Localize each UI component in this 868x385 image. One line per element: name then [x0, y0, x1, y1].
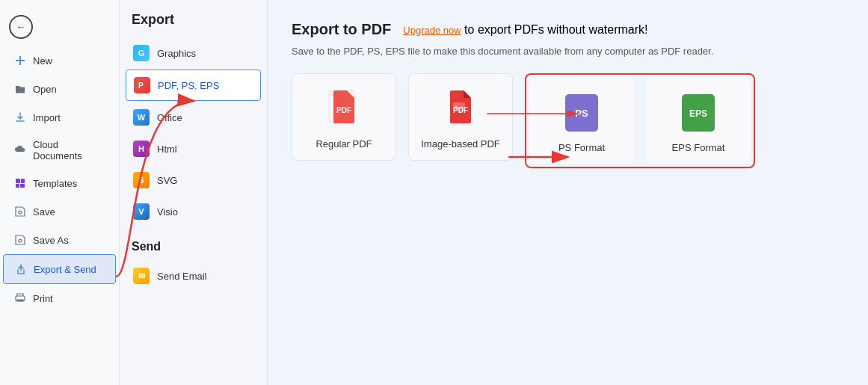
print-icon — [13, 292, 27, 305]
image-pdf-icon: PDF — [440, 89, 481, 129]
eps-format-label: EPS Format — [672, 142, 725, 153]
export-item-html[interactable]: H Html — [126, 134, 261, 164]
sidebar-item-new[interactable]: New — [3, 46, 116, 75]
svg-icon: S — [133, 172, 150, 188]
ps-format-card[interactable]: PS PS Format — [529, 78, 634, 164]
sidebar-item-saveas-label: Save As — [33, 235, 69, 246]
sidebar-item-cloud-label: Cloud Documents — [33, 139, 105, 161]
email-icon: ✉ — [133, 268, 150, 284]
visio-icon: V — [133, 203, 150, 220]
sidebar-item-export[interactable]: Export & Send — [3, 254, 116, 284]
regular-pdf-icon: PDF — [324, 89, 364, 129]
export-item-graphics-label: Graphics — [157, 48, 196, 59]
export-item-svg-label: SVG — [157, 175, 177, 186]
pdf-icon: P — [134, 77, 150, 93]
templates-icon — [13, 176, 27, 190]
html-icon: H — [133, 141, 150, 157]
sidebar-item-open-label: Open — [33, 84, 57, 95]
plus-icon — [13, 54, 27, 67]
upgrade-text: Upgrade now to export PDFs without water… — [403, 23, 647, 37]
office-icon: W — [133, 109, 150, 126]
sidebar-item-export-label: Export & Send — [34, 264, 96, 275]
sidebar-item-templates-label: Templates — [33, 178, 77, 189]
export-item-visio[interactable]: V Visio — [126, 197, 261, 227]
image-pdf-label: Image-based PDF — [421, 138, 500, 150]
svg-rect-4 — [16, 184, 19, 188]
send-section-title: Send — [126, 240, 261, 253]
sidebar-item-cloud[interactable]: Cloud Documents — [3, 132, 116, 169]
sidebar: ← New Open Import Cloud Documents Templa… — [0, 0, 120, 385]
export-item-visio-label: Visio — [157, 206, 178, 218]
format-cards-row: PDF Regular PDF PDF Image-based PDF — [292, 73, 755, 168]
svg-text:P: P — [138, 81, 144, 90]
middle-panel: Export G Graphics P PDF, PS, EPS W Offic… — [120, 0, 268, 385]
sidebar-item-print[interactable]: Print — [3, 284, 116, 312]
upgrade-suffix: to export PDFs without watermark! — [461, 23, 648, 36]
sidebar-item-templates[interactable]: Templates — [3, 169, 116, 197]
svg-rect-1 — [16, 60, 25, 61]
export-section-title: Export — [126, 12, 261, 28]
export-item-office-label: Office — [157, 112, 182, 123]
back-circle-icon: ← — [9, 15, 33, 39]
ps-format-icon: PS — [561, 93, 602, 133]
export-item-pdf[interactable]: P PDF, PS, EPS — [126, 70, 261, 101]
svg-rect-3 — [21, 179, 25, 183]
export-item-graphics[interactable]: G Graphics — [126, 38, 261, 68]
send-email-label: Send Email — [157, 271, 206, 282]
page-title: Export to PDF — [292, 21, 391, 38]
sidebar-item-save-label: Save — [33, 206, 55, 218]
main-header: Export to PDF Upgrade now to export PDFs… — [292, 21, 844, 38]
folder-icon — [13, 82, 27, 96]
sidebar-item-save[interactable]: Save — [3, 197, 116, 226]
graphics-icon: G — [133, 45, 150, 61]
sidebar-item-new-label: New — [33, 55, 52, 67]
send-section: Send ✉ Send Email — [126, 240, 261, 291]
export-item-html-label: Html — [157, 144, 177, 155]
sidebar-item-saveas[interactable]: Save As — [3, 226, 116, 254]
regular-pdf-card[interactable]: PDF Regular PDF — [292, 73, 396, 161]
sidebar-item-open[interactable]: Open — [3, 75, 116, 103]
svg-text:EPS: EPS — [689, 108, 707, 119]
back-button[interactable]: ← — [0, 7, 119, 46]
save-icon — [13, 205, 27, 218]
export-icon — [14, 262, 28, 276]
saveas-icon — [13, 233, 27, 247]
svg-text:PDF: PDF — [336, 106, 351, 114]
eps-format-card[interactable]: EPS EPS Format — [646, 78, 751, 164]
main-content: Export to PDF Upgrade now to export PDFs… — [268, 0, 868, 385]
sidebar-item-print-label: Print — [33, 293, 53, 304]
cloud-icon — [13, 144, 27, 157]
svg-rect-5 — [20, 184, 25, 188]
export-item-svg[interactable]: S SVG — [126, 165, 261, 195]
sidebar-item-import-label: Import — [33, 112, 61, 123]
image-pdf-card[interactable]: PDF Image-based PDF — [408, 73, 513, 161]
export-subtitle: Save to the PDF, PS, EPS file to make th… — [292, 46, 844, 57]
download-icon — [13, 111, 27, 124]
send-email-item[interactable]: ✉ Send Email — [126, 261, 261, 291]
upgrade-link[interactable]: Upgrade now — [403, 25, 461, 36]
regular-pdf-label: Regular PDF — [316, 138, 372, 150]
ps-eps-highlight-box: PS PS Format EPS EPS Format — [525, 73, 755, 168]
ps-format-label: PS Format — [558, 142, 605, 153]
eps-format-icon: EPS — [678, 93, 718, 133]
export-item-office[interactable]: W Office — [126, 102, 261, 132]
svg-rect-2 — [16, 179, 20, 183]
export-item-pdf-label: PDF, PS, EPS — [158, 80, 219, 91]
svg-text:PS: PS — [575, 108, 588, 119]
cards-area: PDF Regular PDF PDF Image-based PDF — [292, 73, 755, 168]
sidebar-item-import[interactable]: Import — [3, 103, 116, 132]
